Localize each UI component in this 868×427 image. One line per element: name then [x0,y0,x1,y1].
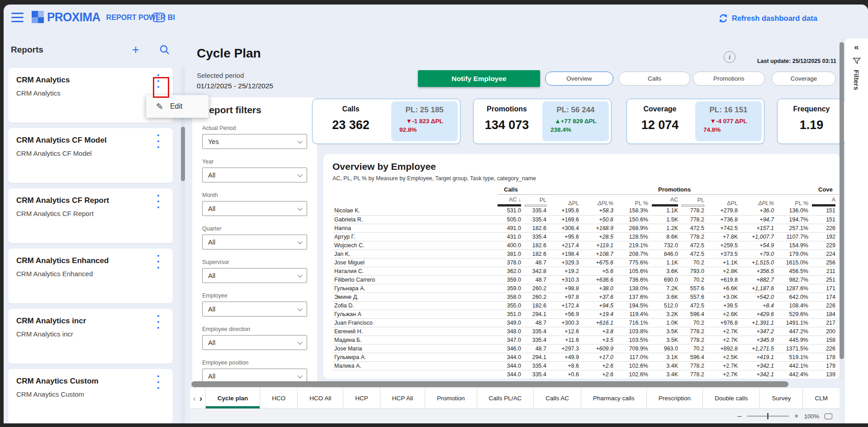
tab-hcp[interactable]: HCP [343,388,380,408]
kpi-value: 134 073 [485,118,529,132]
value-cell: 1371.5% [778,344,812,353]
kebab-menu-icon[interactable] [155,375,162,389]
filter-label: Actual Period [202,125,307,131]
tab-prescription[interactable]: Prescription [646,388,702,408]
value-cell: 1.0K [652,318,682,327]
value-cell: +8.6 [550,361,583,370]
report-card[interactable]: CRM Analytics CF ModelCRM Analytics CF M… [8,128,173,183]
column-header[interactable]: AC ↓ [498,195,525,207]
filter-value: All [208,373,215,380]
report-card[interactable]: CRM Analytics CF ReportCRM Analytics CF … [8,188,173,243]
filter-dropdown[interactable]: All [202,201,307,216]
column-header[interactable]: PL % [617,195,652,207]
kebab-menu-icon[interactable] [155,315,162,329]
tab-double-calls[interactable]: Double calls [702,388,760,408]
tab-calls-pl-ac[interactable]: Calls PL/AC [477,388,534,408]
filter-dropdown[interactable]: All [202,235,307,249]
view-button-coverage[interactable]: Coverage [772,72,836,86]
filter-dropdown[interactable]: Yes [202,134,307,149]
kebab-menu-icon[interactable] [155,195,162,208]
notify-employee-button[interactable]: Notify Employee [418,70,540,87]
sidebar-scrollbar-thumb[interactable] [181,127,185,181]
kpi-main: Promotions134 073 [474,99,540,144]
column-header[interactable]: ΔPL [550,195,583,207]
vertical-scrollbar-thumb[interactable] [840,42,844,359]
tab-promotion[interactable]: Promotion [425,388,477,408]
filter-value: All [208,339,215,346]
fit-to-screen-icon[interactable] [825,413,832,419]
kpi-label: Frequency [793,105,830,113]
filter-dropdown[interactable]: All [202,302,307,317]
sidebar-toggle-icon[interactable] [153,13,165,22]
report-card[interactable]: CRM Anaytics CustomCRM Anaytics Custom [8,369,173,423]
value-cell: 346.0 [498,344,525,353]
report-title: CRM Analytics Enhanced [16,256,165,265]
view-button-promotions[interactable]: Promotions [693,72,765,86]
column-header[interactable]: ΔPL [708,195,741,207]
kebab-menu-icon[interactable] [155,134,162,148]
value-cell: 174 [812,293,839,301]
kebab-menu-icon[interactable] [155,255,162,269]
filter-dropdown[interactable]: All [202,168,307,182]
value-cell: 150.6% [617,215,652,224]
zoom-out-button[interactable]: – [737,414,741,418]
value-cell: +2.7K [708,336,741,344]
tab-survey[interactable]: Survey [759,388,802,408]
column-header[interactable]: ΔPL% [741,195,778,207]
value-cell: 348.0 [498,327,525,336]
zoom-in-button[interactable]: + [794,414,799,418]
tab-calls-ac[interactable]: Calls AC [533,388,581,408]
tab-clm[interactable]: CLM [802,388,840,408]
refresh-dashboard-button[interactable]: Refresh dashboard data [718,14,817,23]
view-button-overview[interactable]: Overview [545,72,613,86]
zoom-slider[interactable] [747,416,789,417]
tab-hcp-all[interactable]: HCP All [380,388,425,408]
add-report-icon[interactable]: + [132,45,139,54]
tab-cycle-plan[interactable]: Cycle plan [205,388,260,408]
filter-dropdown[interactable]: All [202,335,307,350]
tab-pharmacy-calls[interactable]: Pharmacy calls [581,388,646,408]
value-cell: 1615.0% [778,258,812,267]
value-cell: +36.0 [741,206,778,215]
report-card[interactable]: CRM Analytics incrCRM Analytics incr [8,309,173,364]
context-menu-item-edit[interactable]: Edit [170,102,183,110]
value-cell: +49.9 [550,353,583,361]
column-header[interactable]: PL % [778,195,812,207]
employee-name: Zofia D. [332,301,498,310]
zoom-slider-thumb[interactable] [767,413,768,419]
search-icon[interactable] [159,44,170,55]
kpi-delta: ▼-1 823 ΔPL [406,118,443,125]
hamburger-menu-icon[interactable] [11,13,24,22]
tab-strip: Cycle planHCOHCO AllHCPHCP AllPromotionC… [205,388,840,408]
value-cell: 182.6 [525,241,550,249]
report-card[interactable]: CRM Analytics EnhancedCRM Analytics Enha… [8,249,173,303]
value-cell: 472.5 [682,301,708,310]
tab-prev-icon[interactable]: ‹ [193,393,196,403]
value-cell: 778.2 [682,370,708,379]
tab-next-icon[interactable]: › [199,393,202,403]
value-cell: 344.0 [498,353,525,361]
tab-hco[interactable]: HCO [260,388,297,408]
value-cell: 219.1% [617,241,652,249]
value-cell: +95.6 [550,232,583,241]
view-button-calls[interactable]: Calls [619,72,690,86]
column-header[interactable]: PL [525,195,550,207]
column-header[interactable]: ΔPL% [583,195,617,207]
filter-funnel-icon[interactable] [853,58,861,64]
value-cell: 846.0 [652,249,682,258]
info-icon[interactable]: i [724,51,735,63]
filter-dropdown[interactable]: All [202,268,307,283]
value-cell: 355.0 [498,301,525,310]
tab-hco-all[interactable]: HCO All [297,388,343,408]
refresh-label: Refresh dashboard data [732,14,817,23]
column-header[interactable]: AC [652,195,682,207]
horizontal-scrollbar-thumb[interactable] [191,381,788,387]
filters-pane-collapsed[interactable]: « Filters [845,38,868,423]
value-cell: 335.4 [525,327,550,336]
value-cell: 472.5 [682,249,708,258]
value-cell: +308.4 [550,224,583,232]
column-header[interactable]: PL [682,195,708,207]
expand-pane-icon[interactable]: « [854,43,859,51]
chevron-down-icon [298,205,303,210]
column-header[interactable]: A [812,195,839,207]
